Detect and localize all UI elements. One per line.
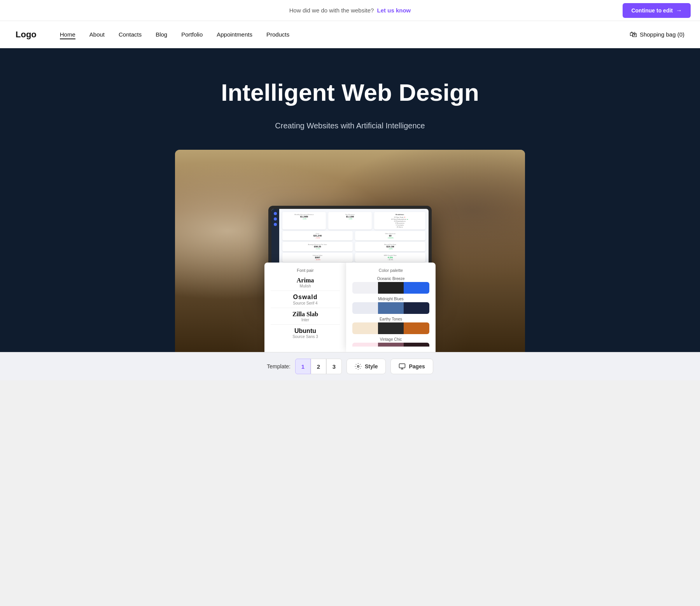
nav-item-products[interactable]: Products (266, 31, 289, 38)
nav-item-blog[interactable]: Blog (156, 31, 167, 38)
banner-text: How did we do with the website? Let us k… (236, 7, 464, 14)
pages-icon (399, 363, 406, 370)
pages-button-label: Pages (409, 363, 425, 370)
swatch-8 (378, 322, 404, 334)
palette-midnight-blues[interactable]: Midnight Blues (352, 297, 429, 314)
sidebar-nav-dot-3 (274, 223, 277, 226)
swatch-2 (378, 282, 404, 294)
nav-item-about[interactable]: About (89, 31, 105, 38)
sidebar-nav-dot-2 (274, 217, 277, 221)
navbar: Logo Home About Contacts Blog Portfolio … (0, 21, 700, 48)
font-panel-header: Font pair (271, 268, 340, 273)
shopping-bag[interactable]: 🛍 Shopping bag (0) (630, 30, 684, 39)
swatch-3 (404, 282, 429, 294)
palette-oceanic-breeze[interactable]: Oceanic Breeze (352, 277, 429, 294)
template-label: Template: (267, 363, 290, 370)
style-icon (355, 363, 362, 370)
hero-background-photo: Monthly Recurring Revenue $1.26M ↑ 1.1% … (175, 150, 525, 352)
font-item-oswald[interactable]: Oswald Source Serif 4 (271, 293, 340, 308)
overlay-panels: Font pair Arima Mulish Oswald Source Ser… (264, 263, 436, 352)
template-num-3[interactable]: 3 (326, 359, 342, 374)
font-scroll[interactable]: Arima Mulish Oswald Source Serif 4 Zilla… (271, 277, 340, 343)
shopping-bag-icon: 🛍 (630, 30, 637, 39)
swatch-9 (404, 322, 429, 334)
pages-button[interactable]: Pages (390, 359, 433, 374)
template-number-selector: 1 2 3 (295, 359, 342, 374)
color-palette-panel: Color palette Oceanic Breeze (346, 263, 436, 352)
swatch-10 (352, 343, 378, 347)
color-panel-header: Color palette (352, 268, 429, 273)
swatch-5 (378, 302, 404, 314)
top-banner: How did we do with the website? Let us k… (0, 0, 700, 21)
swatch-6 (404, 302, 429, 314)
svg-point-0 (357, 366, 359, 368)
palette-vintage-chic[interactable]: Vintage Chic (352, 337, 429, 347)
hero-subtitle: Creating Websites with Artificial Intell… (16, 121, 684, 130)
continue-to-edit-button[interactable]: Continue to edit → (623, 3, 691, 18)
nav-item-contacts[interactable]: Contacts (119, 31, 142, 38)
banner-link[interactable]: Let us know (377, 7, 411, 14)
nav-item-appointments[interactable]: Appointments (217, 31, 252, 38)
nav-item-portfolio[interactable]: Portfolio (181, 31, 203, 38)
swatch-4 (352, 302, 378, 314)
swatch-11 (378, 343, 404, 347)
swatch-12 (404, 343, 429, 347)
hero-image-container: Monthly Recurring Revenue $1.26M ↑ 1.1% … (175, 150, 525, 352)
site-logo: Logo (16, 30, 37, 40)
hero-title: Intelligent Web Design (16, 79, 684, 106)
svg-rect-1 (399, 364, 405, 368)
font-pair-panel: Font pair Arima Mulish Oswald Source Ser… (264, 263, 346, 352)
swatch-1 (352, 282, 378, 294)
font-item-arima[interactable]: Arima Mulish (271, 277, 340, 291)
template-num-2[interactable]: 2 (311, 359, 326, 374)
nav-links: Home About Contacts Blog Portfolio Appoi… (60, 31, 630, 38)
style-button-label: Style (365, 363, 378, 370)
font-item-zilla-slab[interactable]: Zilla Slab Inter (271, 310, 340, 325)
style-button[interactable]: Style (346, 359, 386, 374)
bottom-toolbar: Template: 1 2 3 Style Pages (0, 352, 700, 380)
template-num-1[interactable]: 1 (295, 359, 311, 374)
swatch-7 (352, 322, 378, 334)
nav-item-home[interactable]: Home (60, 31, 75, 38)
font-item-ubuntu[interactable]: Ubuntu Source Sans 3 (271, 327, 340, 341)
color-scroll[interactable]: Oceanic Breeze Midnight Blues (352, 277, 429, 347)
palette-earthy-tones[interactable]: Earthy Tones (352, 317, 429, 334)
sidebar-nav-dot-1 (274, 212, 277, 215)
arrow-right-icon: → (676, 7, 682, 14)
banner-question: How did we do with the website? (289, 7, 374, 14)
hero-section: Intelligent Web Design Creating Websites… (0, 48, 700, 352)
